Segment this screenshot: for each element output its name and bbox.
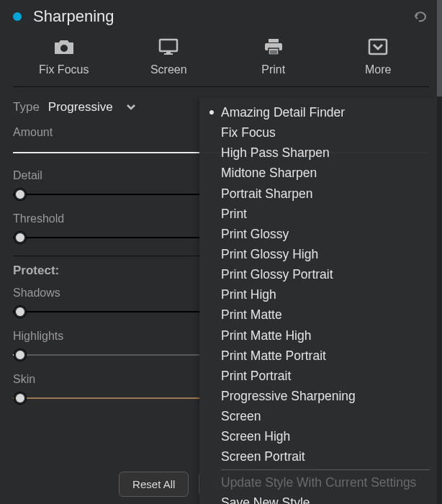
type-label: Type	[13, 100, 40, 114]
tab-fix-focus[interactable]: Fix Focus	[14, 37, 114, 76]
dropdown-item[interactable]: High Pass Sharpen	[199, 143, 437, 163]
dropdown-item[interactable]: Print Matte	[199, 305, 437, 325]
dropdown-item[interactable]: Midtone Sharpen	[199, 163, 437, 183]
tab-more[interactable]: More	[329, 37, 428, 76]
dropdown-item[interactable]: Progressive Sharpening	[199, 386, 437, 406]
type-value: Progressive	[48, 100, 113, 114]
preset-tabs: Fix Focus Screen Print More	[0, 32, 442, 86]
printer-icon	[261, 37, 286, 56]
dropdown-item[interactable]: Portrait Sharpen	[199, 184, 437, 204]
tab-label: More	[365, 63, 391, 76]
dropdown-item[interactable]: Screen Portrait	[199, 446, 437, 467]
dropdown-action[interactable]: Save New Style...	[199, 492, 437, 504]
panel-header: Sharpening	[0, 0, 442, 32]
dropdown-item[interactable]: Print	[199, 204, 437, 224]
active-dot-icon	[13, 12, 22, 21]
chevron-down-icon	[126, 101, 136, 114]
tab-screen[interactable]: Screen	[119, 37, 219, 76]
dropdown-item[interactable]: ●Amazing Detail Finder	[199, 102, 437, 122]
dropdown-separator	[221, 469, 430, 470]
svg-point-0	[62, 46, 66, 50]
tab-label: Print	[261, 63, 285, 76]
dropdown-item[interactable]: Print Matte Portrait	[199, 346, 437, 366]
svg-rect-2	[166, 52, 171, 53]
reset-button[interactable]: Reset All	[119, 472, 189, 497]
dropdown-item[interactable]: Print Matte High	[199, 325, 437, 346]
more-dropdown[interactable]: ●Amazing Detail FinderFix FocusHigh Pass…	[199, 98, 437, 504]
type-select[interactable]: Progressive	[48, 100, 136, 114]
dropdown-item[interactable]: Fix Focus	[199, 122, 437, 143]
dropdown-item[interactable]: Print Portrait	[199, 366, 437, 386]
tab-print[interactable]: Print	[224, 37, 323, 76]
camera-icon	[52, 37, 76, 56]
dropdown-item[interactable]: Print Glossy Portrait	[199, 264, 437, 284]
dropdown-action: Update Style With Current Settings	[199, 472, 437, 492]
svg-rect-9	[369, 40, 387, 54]
svg-rect-1	[160, 40, 177, 51]
scrollbar-thumb[interactable]	[437, 0, 442, 96]
undo-button[interactable]	[412, 8, 429, 25]
scrollbar-vertical[interactable]	[437, 0, 442, 504]
panel-title: Sharpening	[33, 7, 412, 26]
chevron-down-box-icon	[366, 37, 390, 56]
dropdown-item[interactable]: Print Glossy	[199, 224, 437, 244]
tab-label: Fix Focus	[39, 63, 89, 76]
svg-rect-4	[269, 39, 279, 42]
dropdown-item[interactable]: Screen	[199, 406, 437, 426]
dropdown-item[interactable]: Screen High	[199, 426, 437, 446]
dropdown-item[interactable]: Print High	[199, 284, 437, 305]
tab-label: Screen	[150, 63, 187, 76]
dropdown-item[interactable]: Print Glossy High	[199, 244, 437, 264]
svg-rect-3	[164, 53, 173, 55]
monitor-icon	[156, 37, 181, 56]
